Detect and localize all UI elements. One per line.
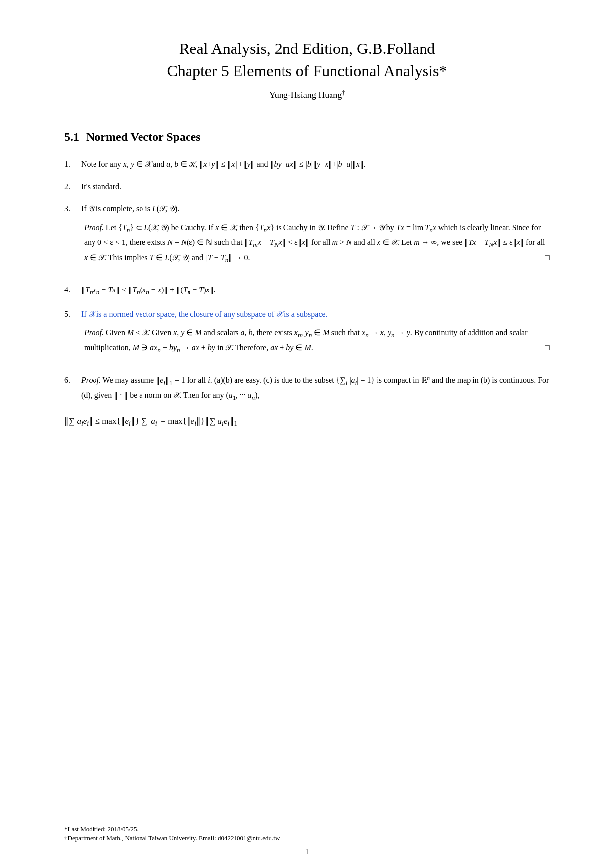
- proof-5: Proof. Given M ≤ 𝒳. Given x, y ∈ M and s…: [84, 326, 550, 359]
- problem-item-6: 6. Proof. We may assume ‖ei‖1 = 1 for al…: [64, 373, 550, 433]
- problem-item-3: 3. If 𝒴 is complete, so is L(𝒳, 𝒴). Proo…: [64, 202, 550, 274]
- author-name: Yung-Hsiang Huang: [269, 90, 342, 100]
- title-block: Real Analysis, 2nd Edition, G.B.Folland …: [64, 40, 550, 100]
- problem-text-1: Note for any x, y ∈ 𝒳 and a, b ∈ 𝒦, ‖x+y…: [81, 157, 366, 171]
- problem-num-1: 1.: [64, 157, 77, 171]
- qed-3: [545, 251, 550, 264]
- section-title: Normed Vector Spaces: [86, 130, 201, 143]
- problem-list: 1. Note for any x, y ∈ 𝒳 and a, b ∈ 𝒦, ‖…: [64, 157, 550, 433]
- problem-text-6: Proof. We may assume ‖ei‖1 = 1 for all i…: [81, 373, 550, 404]
- footnote-1: *Last Modified: 2018/05/25.: [64, 825, 550, 833]
- problem-text-5: If 𝒳 is a normed vector space, the closu…: [81, 307, 328, 321]
- qed-5: [545, 341, 550, 354]
- footnote-text-1: *Last Modified: 2018/05/25.: [64, 825, 139, 833]
- problem-text-4: ‖Tnxn − Tx‖ ≤ ‖Tn(xn − x)‖ + ‖(Tn − T)x‖…: [81, 283, 216, 298]
- problem-item-5: 5. If 𝒳 is a normed vector space, the cl…: [64, 307, 550, 364]
- problem-num-2: 2.: [64, 180, 77, 193]
- footnote-area: *Last Modified: 2018/05/25. †Department …: [64, 822, 550, 843]
- problem-num-5: 5.: [64, 307, 77, 321]
- problem-num-3: 3.: [64, 202, 77, 215]
- title-line2: Chapter 5 Elements of Functional Analysi…: [64, 62, 550, 80]
- page-number: 1: [0, 848, 614, 856]
- problem-text-3: If 𝒴 is complete, so is L(𝒳, 𝒴).: [81, 202, 179, 215]
- math-display-6: ‖∑ aiei‖ ≤ max{‖ei‖} ∑ |ai| = max{‖ei‖}‖…: [64, 416, 237, 428]
- author: Yung-Hsiang Huang†: [64, 89, 550, 100]
- author-dagger: †: [342, 89, 345, 96]
- problem-item-4: 4. ‖Tnxn − Tx‖ ≤ ‖Tn(xn − x)‖ + ‖(Tn − T…: [64, 283, 550, 298]
- section-number: 5.1: [64, 130, 79, 143]
- problem-item-1: 1. Note for any x, y ∈ 𝒳 and a, b ∈ 𝒦, ‖…: [64, 157, 550, 171]
- problem-text-2: It's standard.: [81, 180, 121, 193]
- footnote-text-2: †Department of Math., National Taiwan Un…: [64, 834, 280, 842]
- section-heading: 5.1 Normed Vector Spaces: [64, 130, 550, 144]
- page: Real Analysis, 2nd Edition, G.B.Folland …: [0, 0, 614, 868]
- title-line1: Real Analysis, 2nd Edition, G.B.Folland: [64, 40, 550, 58]
- problem-num-6: 6.: [64, 373, 77, 404]
- footnote-2: †Department of Math., National Taiwan Un…: [64, 834, 550, 842]
- problem-num-4: 4.: [64, 283, 77, 296]
- problem-item-2: 2. It's standard.: [64, 180, 550, 193]
- proof-3: Proof. Let {Tn} ⊂ L(𝒳, 𝒴) be Cauchy. If …: [84, 221, 550, 270]
